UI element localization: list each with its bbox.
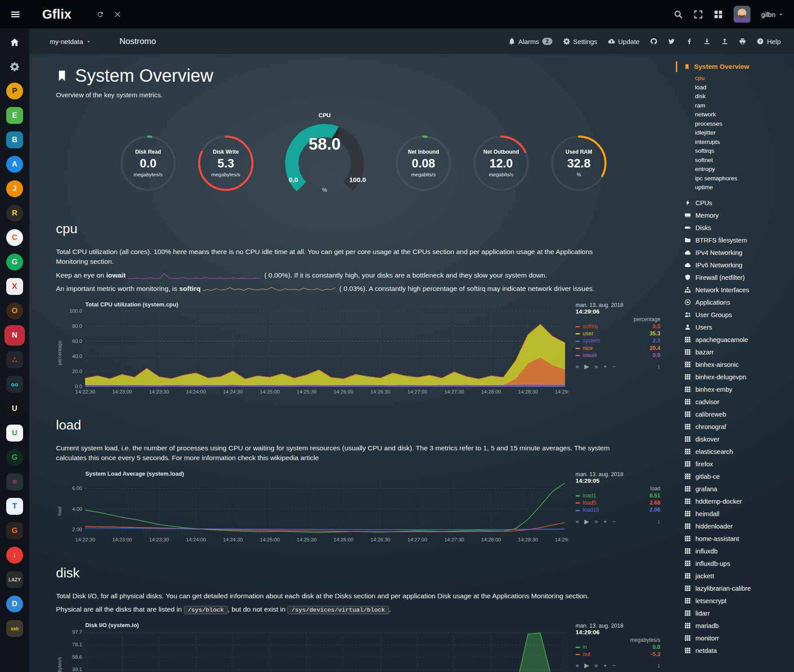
fullscreen-button[interactable] xyxy=(694,10,703,19)
chart-plot-load[interactable]: 14:22:3014:23:0014:23:3014:24:0014:24:30… xyxy=(63,477,569,545)
chart-load-resize[interactable]: ↕ xyxy=(657,518,660,525)
menu-sub-softnet[interactable]: softnet xyxy=(684,156,791,165)
sidebar-deluge[interactable]: D xyxy=(5,595,24,613)
legend-cpu-softirq[interactable]: softirq0.0 xyxy=(576,323,660,330)
refresh-tab-button[interactable] xyxy=(96,11,104,18)
menu-item-influxdb-ups[interactable]: influxdb-ups xyxy=(684,557,791,570)
sidebar-bookstack[interactable]: B xyxy=(5,131,24,149)
wikipedia-link[interactable]: wikipedia article xyxy=(270,454,318,461)
menu-system-overview[interactable]: System Overview xyxy=(684,61,791,72)
sidebar-app-oo[interactable]: oo xyxy=(5,375,24,394)
sidebar-app-tower[interactable]: T xyxy=(5,497,24,516)
sidebar-radarr[interactable]: R xyxy=(5,204,24,223)
legend-load-load5[interactable]: load52.68 xyxy=(576,499,660,506)
chart-disk-fast-forward[interactable]: » xyxy=(595,662,598,669)
menu-item-hiddenloader[interactable]: hiddenloader xyxy=(684,520,791,533)
legend-cpu-nice[interactable]: nice20.4 xyxy=(576,345,660,352)
hamburger-menu-button[interactable] xyxy=(11,10,20,19)
legend-disk-out[interactable]: out-5.3 xyxy=(576,651,660,658)
menu-item-firewall-netfilter-[interactable]: Firewall (netfilter) xyxy=(684,271,791,284)
settings-button[interactable]: Settings xyxy=(563,38,597,45)
menu-item-mariadb[interactable]: mariadb xyxy=(684,620,791,632)
menu-sub-idlejitter[interactable]: idlejitter xyxy=(684,128,791,138)
menu-sub-ram[interactable]: ram xyxy=(684,101,791,111)
gauge-cpu[interactable]: CPU58.00.0100.0% xyxy=(274,112,376,201)
menu-item-influxdb[interactable]: influxdb xyxy=(684,545,791,557)
sidebar-app-dots[interactable]: ∴ xyxy=(5,350,24,369)
menu-item-jackett[interactable]: jackett xyxy=(684,570,791,582)
menu-item-memory[interactable]: Memory xyxy=(684,209,791,222)
gauge-used-ram[interactable]: Used RAM32.8% xyxy=(549,133,609,201)
menu-item-ipv6-networking[interactable]: IPv6 Networking xyxy=(684,259,791,271)
legend-cpu-iowait[interactable]: iowait0.0 xyxy=(576,352,660,359)
chart-load-rewind[interactable]: « xyxy=(576,518,579,525)
avatar[interactable] xyxy=(734,6,750,23)
chart-load-zoom-in[interactable]: + xyxy=(603,518,607,525)
sidebar-settings[interactable] xyxy=(5,57,24,76)
menu-item-users[interactable]: Users xyxy=(684,321,791,334)
menu-item-binhex-emby[interactable]: binhex-emby xyxy=(684,383,791,396)
menu-item-btrfs-filesystem[interactable]: BTRFS filesystem xyxy=(684,234,791,247)
menu-item-home-assistant[interactable]: home-assistant xyxy=(684,533,791,545)
sidebar-jackett[interactable]: J xyxy=(5,179,24,198)
menu-sub-entropy[interactable]: entropy xyxy=(684,165,791,174)
tabs-grid-button[interactable] xyxy=(714,10,723,19)
github-button[interactable] xyxy=(650,38,657,45)
legend-load-load1[interactable]: load16.51 xyxy=(576,492,660,499)
iowait-sparkline[interactable] xyxy=(127,272,261,279)
menu-sub-disk[interactable]: disk xyxy=(684,92,791,101)
menu-item-netdata[interactable]: netdata xyxy=(684,644,791,657)
menu-item-bazarr[interactable]: bazarr xyxy=(684,346,791,358)
sidebar-gitlab[interactable]: G xyxy=(5,521,24,540)
chart-disk-play[interactable]: ▶ xyxy=(584,662,589,669)
server-dropdown[interactable]: my-netdata xyxy=(50,38,91,45)
chart-plot-cpu[interactable]: 14:22:3014:23:0014:23:3014:24:0014:24:30… xyxy=(63,308,569,397)
gauge-net-inbound[interactable]: Net Inbound0.08megabits/s xyxy=(393,133,453,201)
close-tab-button[interactable] xyxy=(114,11,121,18)
twitter-button[interactable] xyxy=(668,38,675,45)
menu-item-elasticsearch[interactable]: elasticsearch xyxy=(684,445,791,458)
menu-item-lazylibrarian-calibre[interactable]: lazylibrarian-calibre xyxy=(684,582,791,595)
menu-item-letsencrypt[interactable]: letsencrypt xyxy=(684,595,791,607)
sidebar-app-green-circle[interactable]: G xyxy=(5,448,24,467)
chart-plot-disk[interactable]: 14:22:3014:23:0014:23:3014:24:0014:24:30… xyxy=(63,629,569,672)
print-button[interactable] xyxy=(739,38,746,45)
gauge-disk-write[interactable]: Disk Write5.3megabytes/s xyxy=(196,133,256,201)
sidebar-airsonic[interactable]: A xyxy=(5,155,24,174)
menu-item-cadvisor[interactable]: cadvisor xyxy=(684,396,791,408)
menu-item-monitorr[interactable]: monitorr xyxy=(684,632,791,644)
softirq-sparkline[interactable] xyxy=(202,286,336,293)
chart-load-zoom-out[interactable]: − xyxy=(612,518,616,525)
menu-item-apacheguacamole[interactable]: apacheguacamole xyxy=(684,334,791,346)
menu-sub-interrupts[interactable]: interrupts xyxy=(684,138,791,147)
sidebar-plex[interactable]: P xyxy=(5,82,24,100)
menu-sub-network[interactable]: network xyxy=(684,110,791,119)
chart-cpu-zoom-out[interactable]: − xyxy=(612,363,616,370)
legend-disk-in[interactable]: in0.0 xyxy=(576,644,660,651)
chart-cpu-zoom-in[interactable]: + xyxy=(603,363,607,370)
menu-item-ipv4-networking[interactable]: IPv4 Networking xyxy=(684,247,791,259)
sidebar-sabnzbd[interactable]: sab xyxy=(5,619,24,638)
menu-item-firefox[interactable]: firefox xyxy=(684,458,791,470)
menu-sub-processes[interactable]: processes xyxy=(684,119,791,129)
menu-sub-cpu[interactable]: cpu xyxy=(684,74,791,83)
facebook-button[interactable] xyxy=(686,38,693,45)
menu-item-binhex-delugevpn[interactable]: binhex-delugevpn xyxy=(684,371,791,383)
sidebar-netdata[interactable]: N xyxy=(5,326,24,345)
sidebar-app-down-arrow[interactable]: ↓ xyxy=(5,546,24,565)
gauge-disk-read[interactable]: Disk Read0.0megabytes/s xyxy=(118,133,178,201)
sidebar-emby[interactable]: E xyxy=(5,106,24,125)
menu-item-gitlab-ce[interactable]: gitlab-ce xyxy=(684,470,791,483)
legend-cpu-user[interactable]: user35.3 xyxy=(576,330,660,337)
chart-cpu-resize[interactable]: ↕ xyxy=(657,363,660,370)
menu-item-user-groups[interactable]: User Groups xyxy=(684,309,791,321)
chart-disk-resize[interactable]: ↕ xyxy=(657,662,660,669)
upload-snapshot-button[interactable] xyxy=(721,38,728,45)
menu-item-diskover[interactable]: diskover xyxy=(684,433,791,445)
menu-item-lidarr[interactable]: lidarr xyxy=(684,607,791,620)
menu-item-applications[interactable]: Applications xyxy=(684,296,791,309)
download-snapshot-button[interactable] xyxy=(703,38,711,45)
sidebar-lazylibrarian[interactable]: LAZY xyxy=(5,570,24,589)
menu-item-disks[interactable]: Disks xyxy=(684,222,791,234)
menu-item-binhex-airsonic[interactable]: binhex-airsonic xyxy=(684,358,791,371)
